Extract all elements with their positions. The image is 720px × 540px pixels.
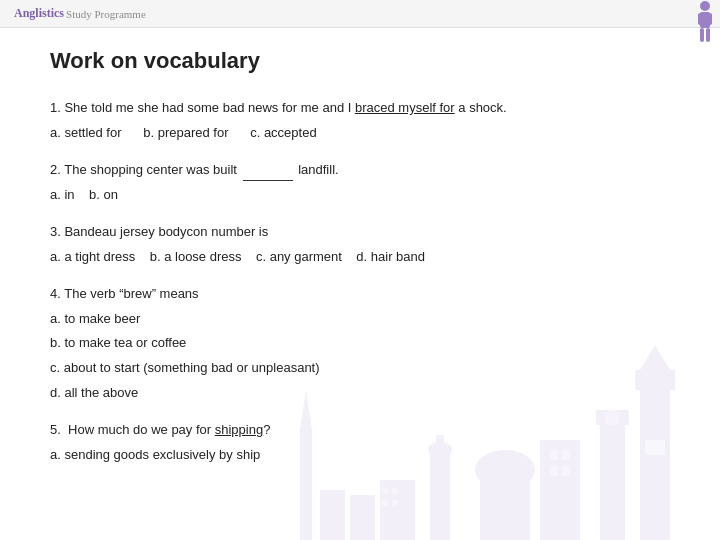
main-content: Work on vocabulary 1. She told me she ha… <box>0 28 720 501</box>
question-1-text: 1. She told me she had some bad news for… <box>50 98 670 119</box>
q4-answer-a: a. to make beer <box>50 309 670 330</box>
question-2: 2. The shopping center was built landfil… <box>50 160 670 207</box>
q1-end: a shock. <box>455 100 507 115</box>
q4-answer-c: c. about to start (something bad or unpl… <box>50 358 670 379</box>
question-5-text: 5. How much do we pay for shipping? <box>50 420 670 441</box>
q5-answer-a: a. sending goods exclusively by ship <box>50 445 670 466</box>
brand-name: Anglistics <box>14 6 64 21</box>
question-1: 1. She told me she had some bad news for… <box>50 98 670 144</box>
page-title: Work on vocabulary <box>50 48 670 74</box>
header-bar: Anglistics Study Programme <box>0 0 720 28</box>
question-1-answers: a. settled for b. prepared for c. accept… <box>50 123 670 144</box>
q5-phrase: shipping <box>215 422 263 437</box>
question-3-text: 3. Bandeau jersey bodycon number is <box>50 222 670 243</box>
q4-answer-d: d. all the above <box>50 383 670 404</box>
question-2-text: 2. The shopping center was built landfil… <box>50 160 670 182</box>
question-3: 3. Bandeau jersey bodycon number is a. a… <box>50 222 670 268</box>
svg-rect-24 <box>350 495 375 540</box>
svg-rect-3 <box>708 13 712 25</box>
q2-blank <box>243 160 293 182</box>
header-subtitle: Study Programme <box>66 8 146 20</box>
q1-phrase: braced myself for <box>355 100 455 115</box>
svg-point-0 <box>700 1 710 11</box>
q4-answer-b: b. to make tea or coffee <box>50 333 670 354</box>
question-3-answers: a. a tight dress b. a loose dress c. any… <box>50 247 670 268</box>
question-2-answers: a. in b. on <box>50 185 670 206</box>
q1-num: 1. She told me she had some bad news for… <box>50 100 355 115</box>
question-4-text: 4. The verb “brew” means <box>50 284 670 305</box>
svg-rect-2 <box>698 13 702 25</box>
question-5: 5. How much do we pay for shipping? a. s… <box>50 420 670 466</box>
question-4: 4. The verb “brew” means a. to make beer… <box>50 284 670 404</box>
